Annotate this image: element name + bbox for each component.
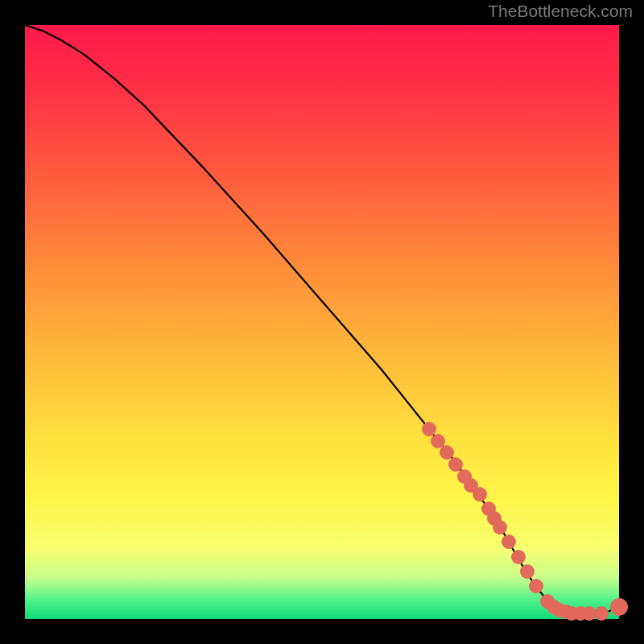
data-marker (511, 550, 526, 564)
gradient-background (25, 25, 619, 619)
data-marker (594, 606, 609, 621)
data-marker (493, 520, 507, 535)
chart-svg (25, 25, 619, 619)
plot-area (25, 25, 619, 619)
chart-wrapper: TheBottleneck.com (0, 0, 644, 644)
data-marker (610, 598, 628, 616)
attribution-text: TheBottleneck.com (488, 2, 633, 21)
data-marker (473, 487, 487, 502)
curve-line (25, 25, 619, 613)
data-marker (520, 564, 535, 579)
data-marker (529, 579, 543, 593)
data-marker (502, 535, 516, 549)
